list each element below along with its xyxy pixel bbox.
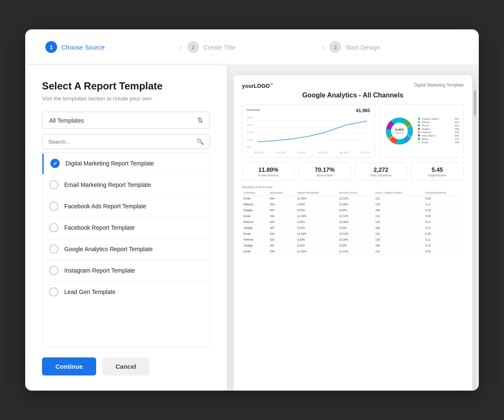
- table-cell: Email: [242, 231, 268, 237]
- search-input[interactable]: [48, 139, 193, 145]
- table-row: Email54412.18%12.12%1315.39: [242, 213, 464, 219]
- template-item-email-marketing[interactable]: Email Marketing Report Template: [42, 174, 210, 196]
- table-cell: 5.29%: [337, 225, 373, 231]
- preview-card: yourLOGO™ Digital Marketing Template Goo…: [234, 75, 472, 391]
- template-item-digital-marketing[interactable]: Digital Marketing Report Template: [42, 153, 210, 174]
- preview-table: ChannelSessions%New SessionsBounce RateG…: [242, 190, 464, 255]
- legend-label: (Other): [422, 121, 453, 123]
- table-cell: 5.11: [424, 202, 464, 207]
- table-cell: Referral: [242, 219, 268, 225]
- metric-label: Bounce Rate: [302, 174, 347, 177]
- table-col-header: %New Sessions: [295, 190, 337, 196]
- legend-item: Organic Search687: [418, 118, 459, 120]
- template-item-lead-gen[interactable]: Lead Gen Template: [42, 281, 210, 302]
- scrollbar-thumb[interactable]: [474, 90, 476, 116]
- table-cell: 5.39: [424, 249, 464, 255]
- donut-center: 4,414 Sessions: [384, 116, 415, 146]
- table-col-header: Pages/Session: [424, 190, 464, 196]
- table-cell: 189: [374, 243, 424, 249]
- step-3-label: Start Design: [345, 44, 380, 51]
- table-cell: 524: [268, 237, 296, 243]
- legend-dot: [418, 141, 420, 143]
- table-cell: Email: [242, 213, 268, 219]
- table-cell: Email: [242, 249, 268, 255]
- donut-legend: Organic Search687(Other)659Social601Disp…: [418, 118, 459, 144]
- table-cell: 3.15: [424, 225, 464, 231]
- metric-value: 2,272: [358, 166, 404, 173]
- search-box: 🔍: [42, 134, 210, 149]
- table-cell: 467: [268, 243, 296, 249]
- sessions-value: 41,965: [356, 108, 370, 113]
- right-panel: yourLOGO™ Digital Marketing Template Goo…: [227, 65, 479, 391]
- scrollbar[interactable]: [474, 82, 476, 391]
- donut-label: Sessions: [395, 131, 404, 134]
- table-row: Email54412.18%12.12%1315.39: [242, 196, 464, 202]
- table-cell: 4.30%: [295, 202, 337, 207]
- table-cell: 12.18%: [295, 196, 337, 202]
- legend-dot: [418, 134, 420, 136]
- legend-dot: [418, 128, 420, 130]
- table-cell: 4.30%: [295, 219, 337, 225]
- charts-row: Sessions 41,965 2,500 2,000 1,500 1,000 …: [242, 104, 464, 158]
- table-cell: 12.12%: [337, 196, 373, 202]
- legend-item: Direct470: [418, 138, 459, 140]
- metrics-row: 11.80%% New Sessions70.17%Bounce Rate2,2…: [242, 163, 464, 181]
- table-cell: 544: [268, 249, 296, 255]
- template-item-google-analytics[interactable]: Google Analytics Report Template: [42, 239, 210, 260]
- metric-box: 11.80%% New Sessions: [242, 163, 295, 181]
- template-name-google-analytics: Google Analytics Report Template: [64, 246, 153, 252]
- continue-button[interactable]: Continue: [42, 357, 96, 375]
- chevron-up-down-icon: ⇅: [197, 116, 203, 124]
- table-col-header: Channel: [242, 190, 268, 196]
- table-cell: 5.29%: [337, 207, 373, 213]
- legend-val: 687: [455, 118, 459, 120]
- table-row: Display4676.22%5.29%1893.15: [242, 225, 464, 231]
- table-cell: 5.39: [424, 213, 464, 219]
- table-cell: 544: [268, 196, 296, 202]
- table-cell: 131: [374, 196, 424, 202]
- table-row: Display4676.22%5.29%1893.15: [242, 243, 464, 249]
- radio-facebook: [49, 223, 58, 232]
- metric-label: Pages/Session: [415, 174, 460, 177]
- table-row: Email54412.18%12.12%1315.39: [242, 249, 464, 255]
- table-cell: 131: [374, 231, 424, 237]
- logo: yourLOGO™: [242, 83, 273, 89]
- line-chart-svg: [255, 115, 370, 148]
- metric-label: Goal Completions: [358, 174, 404, 177]
- logo-bold: LOGO: [254, 83, 270, 89]
- table-cell: 125: [374, 202, 424, 207]
- legend-label: Referral: [422, 131, 453, 134]
- step-2-label: Create Title: [203, 44, 236, 51]
- legend-item: Email356: [418, 141, 459, 144]
- main-card: 1 Choose Source › 2 Create Title › 3 Sta…: [25, 29, 479, 391]
- template-item-facebook-ads[interactable]: Facebook Ads Report Template: [42, 196, 210, 217]
- radio-google-analytics: [49, 244, 58, 254]
- step-2: 2 Create Title: [187, 41, 317, 53]
- template-item-facebook[interactable]: Facebook Report Template: [42, 217, 210, 239]
- template-filter-dropdown[interactable]: All Templates ⇅: [42, 112, 210, 129]
- legend-dot: [418, 124, 420, 126]
- legend-label: Email: [422, 141, 453, 144]
- line-chart-box: Sessions 41,965 2,500 2,000 1,500 1,000 …: [242, 104, 375, 158]
- table-cell: 12.12%: [337, 249, 373, 255]
- table-cell: 6.22%: [295, 243, 337, 249]
- table-cell: 14.39%: [337, 219, 373, 225]
- cancel-button[interactable]: Cancel: [102, 357, 150, 375]
- table-cell: 189: [374, 225, 424, 231]
- radio-email-marketing: [49, 180, 58, 189]
- preview-chart-title: Google Analytics - All Channels: [242, 92, 464, 99]
- legend-dot: [418, 121, 420, 123]
- legend-dot: [418, 118, 420, 120]
- template-item-instagram[interactable]: Instagram Report Template: [42, 260, 210, 281]
- table-showing: Showing 10 off 20 rows: [242, 186, 464, 189]
- table-cell: 5.11: [424, 219, 464, 225]
- template-name-facebook-ads: Facebook Ads Report Template: [64, 203, 146, 210]
- table-cell: 12.12%: [337, 213, 373, 219]
- table-cell: Display: [242, 225, 268, 231]
- table-cell: Referral: [242, 237, 268, 243]
- left-panel: Select A Report Template Visit the templ…: [25, 65, 227, 391]
- table-cell: 131: [374, 213, 424, 219]
- legend-item: Referral550: [418, 131, 459, 134]
- legend-item: (Other)659: [418, 121, 459, 123]
- legend-val: 470: [455, 138, 459, 140]
